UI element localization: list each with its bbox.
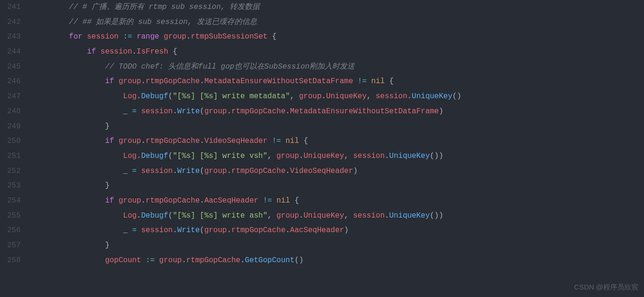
- code-text: _ = session.Write(group.rtmpGopCache.Aac…: [33, 226, 349, 234]
- line-number: 252: [0, 164, 21, 179]
- code-line[interactable]: Log.Debugf("[%s] [%s] write metadata", g…: [33, 89, 644, 104]
- code-text: _ = session.Write(group.rtmpGopCache.Met…: [33, 107, 443, 116]
- line-number: 250: [0, 134, 21, 149]
- code-line[interactable]: Log.Debugf("[%s] [%s] write ash", group.…: [33, 209, 644, 224]
- code-line[interactable]: }: [33, 179, 644, 194]
- code-line[interactable]: gopCount := group.rtmpGopCache.GetGopCou…: [33, 253, 644, 268]
- line-number-gutter: 2412422432442452462472482492502512522532…: [0, 0, 33, 268]
- code-area[interactable]: // # 广播。遍历所有 rtmp sub session, 转发数据 // #…: [33, 0, 644, 268]
- code-line[interactable]: if group.rtmpGopCache.VideoSeqHeader != …: [33, 134, 644, 149]
- code-line[interactable]: if session.IsFresh {: [33, 45, 644, 60]
- code-text: // ## 如果是新的 sub session, 发送已缓存的信息: [33, 18, 257, 26]
- line-number: 242: [0, 15, 21, 30]
- code-line[interactable]: _ = session.Write(group.rtmpGopCache.Met…: [33, 104, 644, 119]
- code-text: if group.rtmpGopCache.VideoSeqHeader != …: [33, 137, 308, 145]
- code-text: }: [33, 122, 109, 131]
- code-line[interactable]: }: [33, 119, 644, 134]
- code-line[interactable]: if group.rtmpGopCache.AacSeqHeader != ni…: [33, 194, 644, 209]
- code-text: Log.Debugf("[%s] [%s] write metadata", g…: [33, 92, 461, 101]
- line-number: 251: [0, 149, 21, 164]
- line-number: 258: [0, 253, 21, 268]
- line-number: 248: [0, 104, 21, 119]
- line-number: 257: [0, 238, 21, 253]
- code-text: // TODO chef: 头信息和full gop也可以在SubSession…: [33, 63, 355, 71]
- code-line[interactable]: // # 广播。遍历所有 rtmp sub session, 转发数据: [33, 0, 644, 15]
- line-number: 246: [0, 74, 21, 89]
- line-number: 255: [0, 209, 21, 224]
- code-text: }: [33, 241, 109, 250]
- code-editor[interactable]: 2412422432442452462472482492502512522532…: [0, 0, 644, 268]
- code-text: if group.rtmpGopCache.AacSeqHeader != ni…: [33, 196, 299, 205]
- code-text: }: [33, 181, 109, 190]
- code-line[interactable]: for session := range group.rtmpSubSessio…: [33, 30, 644, 45]
- line-number: 256: [0, 223, 21, 238]
- code-text: _ = session.Write(group.rtmpGopCache.Vid…: [33, 167, 357, 175]
- line-number: 244: [0, 45, 21, 60]
- line-number: 247: [0, 89, 21, 104]
- code-line[interactable]: Log.Debugf("[%s] [%s] write vsh", group.…: [33, 149, 644, 164]
- code-line[interactable]: }: [33, 238, 644, 253]
- code-text: if session.IsFresh {: [33, 47, 177, 56]
- code-line[interactable]: _ = session.Write(group.rtmpGopCache.Aac…: [33, 223, 644, 238]
- code-text: if group.rtmpGopCache.MetadataEnsureWith…: [33, 77, 394, 86]
- code-text: // # 广播。遍历所有 rtmp sub session, 转发数据: [33, 3, 260, 11]
- code-line[interactable]: _ = session.Write(group.rtmpGopCache.Vid…: [33, 164, 644, 179]
- line-number: 243: [0, 30, 21, 45]
- code-line[interactable]: // TODO chef: 头信息和full gop也可以在SubSession…: [33, 60, 644, 75]
- code-text: Log.Debugf("[%s] [%s] write vsh", group.…: [33, 152, 443, 160]
- code-text: for session := range group.rtmpSubSessio…: [33, 32, 277, 41]
- code-text: gopCount := group.rtmpGopCache.GetGopCou…: [33, 256, 303, 265]
- watermark: CSDN @程序员欣宸: [574, 280, 638, 294]
- line-number: 245: [0, 60, 21, 75]
- line-number: 249: [0, 119, 21, 134]
- code-line[interactable]: if group.rtmpGopCache.MetadataEnsureWith…: [33, 74, 644, 89]
- line-number: 241: [0, 0, 21, 15]
- code-text: Log.Debugf("[%s] [%s] write ash", group.…: [33, 211, 443, 220]
- line-number: 253: [0, 179, 21, 194]
- code-line[interactable]: // ## 如果是新的 sub session, 发送已缓存的信息: [33, 15, 644, 30]
- line-number: 254: [0, 194, 21, 209]
